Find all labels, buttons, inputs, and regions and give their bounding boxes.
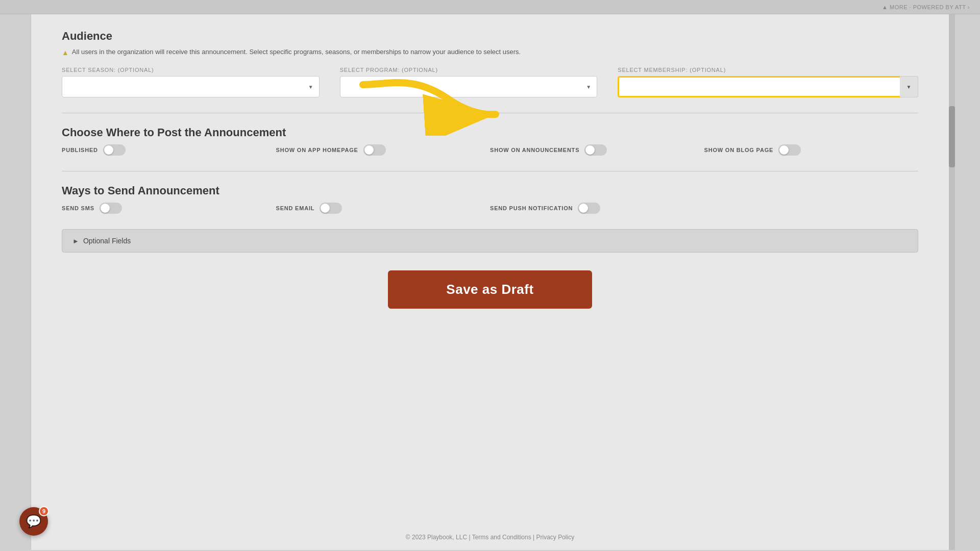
audience-title: Audience	[62, 30, 918, 43]
audience-notice: ▲ All users in the organization will rec…	[62, 48, 918, 57]
optional-fields-label: Optional Fields	[83, 237, 131, 245]
post-location-title: Choose Where to Post the Announcement	[62, 126, 918, 139]
season-optional: (Optional)	[118, 67, 154, 73]
page-wrapper: ▲ MORE · POWERED BY ATT › Audience ▲ All…	[0, 0, 980, 551]
footer: © 2023 Playbook, LLC | Terms and Conditi…	[31, 534, 949, 541]
blog-page-toggle[interactable]	[778, 144, 801, 156]
app-homepage-toggle-group: SHOW ON APP HOMEPAGE	[276, 144, 491, 156]
membership-input[interactable]	[618, 76, 918, 97]
push-toggle-group: SEND PUSH NOTIFICATION	[490, 203, 704, 214]
chat-icon: 💬	[26, 514, 41, 529]
program-optional: (Optional)	[402, 67, 438, 73]
scrollbar-thumb[interactable]	[949, 106, 955, 167]
section-divider-1	[62, 113, 918, 113]
app-homepage-label: SHOW ON APP HOMEPAGE	[276, 147, 358, 153]
membership-input-wrapper: ▼	[618, 76, 918, 97]
email-toggle[interactable]	[320, 203, 342, 214]
program-select-wrapper[interactable]	[340, 76, 598, 97]
chat-badge: 9	[39, 506, 49, 516]
membership-label: SELECT MEMBERSHIP: (Optional)	[618, 67, 918, 73]
accordion-chevron-icon: ►	[72, 237, 79, 245]
membership-selector-group: SELECT MEMBERSHIP: (Optional) ▼	[618, 67, 918, 97]
program-selector-group: SELECT PROGRAM: (Optional)	[340, 67, 598, 97]
send-ways-title: Ways to Send Announcement	[62, 184, 918, 197]
email-label: SEND EMAIL	[276, 205, 315, 211]
top-bar: ▲ MORE · POWERED BY ATT ›	[0, 0, 980, 14]
save-draft-container: Save as Draft	[62, 270, 918, 309]
optional-fields-accordion[interactable]: ► Optional Fields	[62, 229, 918, 253]
post-toggles-row: PUBLISHED SHOW ON APP HOMEPAGE SHOW ON A…	[62, 144, 918, 156]
sms-toggle-group: SEND SMS	[62, 203, 276, 214]
announcements-toggle-group: SHOW ON ANNOUNCEMENTS	[490, 144, 704, 156]
send-ways-section: Ways to Send Announcement SEND SMS SEND …	[62, 184, 918, 214]
season-select[interactable]	[62, 76, 320, 97]
selectors-row: SELECT SEASON: (Optional) SELECT PROGRAM…	[62, 67, 918, 97]
membership-optional: (Optional)	[690, 67, 726, 73]
season-select-wrapper[interactable]	[62, 76, 320, 97]
program-select[interactable]	[340, 76, 598, 97]
published-toggle[interactable]	[103, 144, 126, 156]
send-toggles-row: SEND SMS SEND EMAIL SEND PUSH NOTIFICATI…	[62, 203, 918, 214]
save-draft-button[interactable]: Save as Draft	[388, 270, 592, 309]
sms-toggle[interactable]	[100, 203, 122, 214]
post-location-section: Choose Where to Post the Announcement PU…	[62, 126, 918, 156]
membership-dropdown-button[interactable]: ▼	[900, 76, 918, 97]
email-toggle-group: SEND EMAIL	[276, 203, 491, 214]
app-homepage-toggle[interactable]	[363, 144, 386, 156]
footer-privacy-link[interactable]: Privacy Policy	[536, 534, 575, 541]
announcements-label: SHOW ON ANNOUNCEMENTS	[490, 147, 579, 153]
blog-page-label: SHOW ON BLOG PAGE	[704, 147, 774, 153]
footer-copyright: © 2023 Playbook, LLC	[406, 534, 467, 541]
top-bar-text: ▲ MORE · POWERED BY ATT ›	[882, 4, 970, 10]
push-toggle[interactable]	[578, 203, 600, 214]
push-label: SEND PUSH NOTIFICATION	[490, 205, 573, 211]
blog-page-toggle-group: SHOW ON BLOG PAGE	[704, 144, 919, 156]
announcements-toggle[interactable]	[584, 144, 607, 156]
scrollbar[interactable]	[949, 14, 955, 550]
program-label: SELECT PROGRAM: (Optional)	[340, 67, 598, 73]
chat-bubble[interactable]: 💬 9	[19, 507, 48, 536]
published-toggle-group: PUBLISHED	[62, 144, 276, 156]
main-content: Audience ▲ All users in the organization…	[31, 14, 949, 550]
audience-notice-text: All users in the organization will recei…	[72, 48, 521, 56]
sms-label: SEND SMS	[62, 205, 94, 211]
section-divider-2	[62, 171, 918, 171]
warning-icon: ▲	[62, 48, 69, 57]
footer-terms-link[interactable]: Terms and Conditions	[472, 534, 531, 541]
audience-section: Audience ▲ All users in the organization…	[62, 30, 918, 97]
season-label: SELECT SEASON: (Optional)	[62, 67, 320, 73]
season-selector-group: SELECT SEASON: (Optional)	[62, 67, 320, 97]
published-label: PUBLISHED	[62, 147, 98, 153]
